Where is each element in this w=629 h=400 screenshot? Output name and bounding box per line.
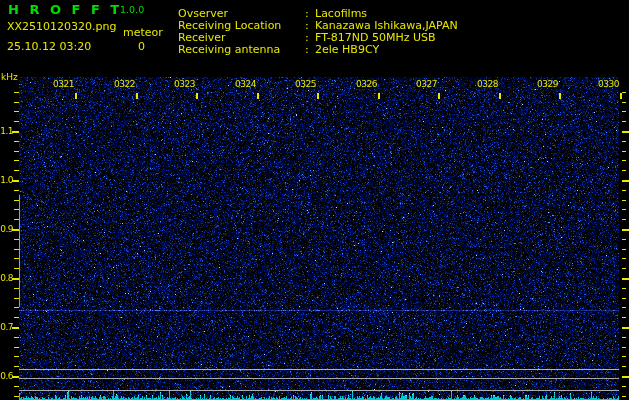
y-axis-minor-tick <box>14 249 19 250</box>
hrofft-screen: H R O F F T 1.0.0 XX2510120320.png meteo… <box>0 0 629 400</box>
y-axis-minor-tick-right <box>622 102 626 103</box>
meteor-counter-label: meteor <box>123 26 163 39</box>
y-axis-minor-tick <box>14 111 19 112</box>
y-axis-minor-tick <box>14 298 19 299</box>
y-axis-label: 1.1 <box>0 126 13 136</box>
y-axis-minor-tick-right <box>622 347 626 348</box>
y-axis-minor-tick-right <box>622 307 626 308</box>
y-axis-minor-tick-right <box>622 366 626 367</box>
y-axis-minor-tick <box>14 141 19 142</box>
y-axis-minor-tick-right <box>622 249 626 250</box>
y-axis-minor-tick <box>14 307 19 308</box>
info-value: 2ele HB9CY <box>315 43 379 56</box>
y-axis-minor-tick-right <box>622 160 626 161</box>
x-axis-label: 0328 <box>476 79 498 89</box>
x-axis-tick <box>378 93 380 99</box>
y-axis-minor-tick-right <box>622 111 626 112</box>
y-axis-major-tick-right <box>622 327 629 329</box>
y-axis-minor-tick-right <box>622 288 626 289</box>
y-axis-minor-tick-right <box>622 268 626 269</box>
y-axis-major-tick-right <box>622 131 629 133</box>
y-axis-minor-tick-right <box>622 317 626 318</box>
y-axis-minor-tick-right <box>622 337 626 338</box>
y-axis-minor-tick-right <box>622 170 626 171</box>
x-axis-label: 0326 <box>355 79 377 89</box>
info-label: Receiving antenna <box>178 43 305 56</box>
y-axis-minor-tick <box>14 209 19 210</box>
y-axis-minor-tick <box>14 170 19 171</box>
spectrogram-canvas <box>0 0 629 400</box>
x-axis-tick <box>559 93 561 99</box>
x-axis-label: 0324 <box>234 79 256 89</box>
info-separator: : <box>305 43 315 56</box>
y-axis-minor-tick <box>14 200 19 201</box>
x-axis-tick <box>317 93 319 99</box>
y-axis-major-tick <box>12 180 19 182</box>
x-axis-tick <box>499 93 501 99</box>
y-axis-major-tick <box>12 131 19 133</box>
y-axis-major-tick <box>12 278 19 280</box>
y-axis-major-tick <box>12 229 19 231</box>
app-version: 1.0.0 <box>120 4 144 15</box>
y-axis-minor-tick <box>14 102 19 103</box>
y-axis-major-tick-right <box>622 376 629 378</box>
y-axis-label: 0.9 <box>0 224 13 234</box>
y-axis-minor-tick-right <box>622 386 626 387</box>
y-axis-minor-tick-right <box>622 219 626 220</box>
y-axis-minor-tick-right <box>622 141 626 142</box>
x-axis-tick <box>196 93 198 99</box>
x-axis-tick <box>75 93 77 99</box>
y-axis-minor-tick <box>14 239 19 240</box>
axes-layer: kHz 032103220323032403250326032703280329… <box>0 0 20 57</box>
y-axis-minor-tick <box>14 268 19 269</box>
meteor-counter-value: 0 <box>138 40 145 53</box>
y-axis-minor-tick-right <box>622 396 626 397</box>
x-axis-tick <box>620 93 622 99</box>
y-axis-unit-label: kHz <box>1 72 18 82</box>
y-axis-minor-tick <box>14 386 19 387</box>
y-axis-major-tick-right <box>622 180 629 182</box>
x-axis-tick <box>136 93 138 99</box>
x-axis-tick <box>257 93 259 99</box>
x-axis-label: 0321 <box>52 79 74 89</box>
app-title: H R O F F T <box>8 2 122 17</box>
y-axis-minor-tick <box>14 396 19 397</box>
y-axis-minor-tick-right <box>622 239 626 240</box>
station-info-row: Receiving antenna:2ele HB9CY <box>178 43 629 56</box>
y-axis-major-tick-right <box>622 229 629 231</box>
station-info: Ovserver:LacofilmsReceiving Location:Kan… <box>178 7 629 57</box>
y-axis-minor-tick <box>14 337 19 338</box>
y-axis-label: 0.7 <box>0 322 13 332</box>
y-axis-minor-tick <box>14 92 19 93</box>
y-axis-minor-tick-right <box>622 200 626 201</box>
y-axis-label: 0.8 <box>0 273 13 283</box>
y-axis-label: 1.0 <box>0 175 13 185</box>
y-axis-minor-tick <box>14 160 19 161</box>
y-axis-minor-tick-right <box>622 190 626 191</box>
y-axis-minor-tick <box>14 366 19 367</box>
y-axis-minor-tick <box>14 258 19 259</box>
y-axis-minor-tick-right <box>622 92 626 93</box>
x-axis-tick <box>438 93 440 99</box>
y-axis-minor-tick <box>14 219 19 220</box>
y-axis-minor-tick-right <box>622 151 626 152</box>
x-axis-label: 0325 <box>294 79 316 89</box>
y-axis-label: 0.6 <box>0 371 13 381</box>
y-axis-minor-tick <box>14 121 19 122</box>
y-axis-minor-tick <box>14 288 19 289</box>
y-axis-minor-tick-right <box>622 356 626 357</box>
y-axis-minor-tick-right <box>622 298 626 299</box>
y-axis-minor-tick <box>14 356 19 357</box>
x-axis-label: 0327 <box>415 79 437 89</box>
y-axis-minor-tick <box>14 317 19 318</box>
y-axis-major-tick <box>12 376 19 378</box>
y-axis-minor-tick <box>14 151 19 152</box>
x-axis-label: 0323 <box>173 79 195 89</box>
output-filename: XX2510120320.png <box>7 20 117 33</box>
y-axis-minor-tick-right <box>622 258 626 259</box>
y-axis-minor-tick-right <box>622 209 626 210</box>
x-axis-label: 0322 <box>113 79 135 89</box>
y-axis-minor-tick <box>14 347 19 348</box>
y-axis-minor-tick-right <box>622 121 626 122</box>
y-axis-major-tick <box>12 327 19 329</box>
